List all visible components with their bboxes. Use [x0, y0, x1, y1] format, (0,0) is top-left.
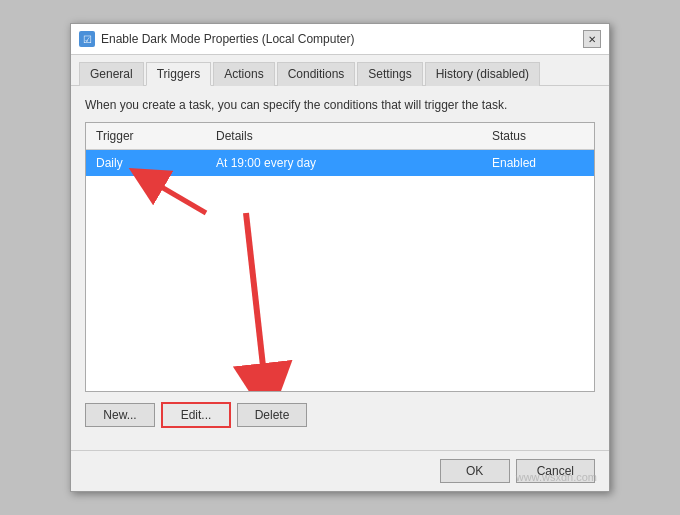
tab-actions[interactable]: Actions: [213, 62, 274, 86]
window-title: Enable Dark Mode Properties (Local Compu…: [101, 32, 354, 46]
tab-settings[interactable]: Settings: [357, 62, 422, 86]
tab-content: When you create a task, you can specify …: [71, 86, 609, 450]
col-status: Status: [488, 127, 588, 145]
title-controls: ✕: [583, 30, 601, 48]
triggers-table: Trigger Details Status Daily At 19:00 ev…: [85, 122, 595, 392]
description-text: When you create a task, you can specify …: [85, 98, 595, 112]
table-row[interactable]: Daily At 19:00 every day Enabled: [86, 150, 594, 176]
window-icon: ☑: [79, 31, 95, 47]
ok-button[interactable]: OK: [440, 459, 510, 483]
new-button[interactable]: New...: [85, 403, 155, 427]
cell-status: Enabled: [488, 154, 588, 172]
watermark: www.wsxdn.com: [516, 471, 597, 483]
cell-trigger: Daily: [92, 154, 212, 172]
col-trigger: Trigger: [92, 127, 212, 145]
col-details: Details: [212, 127, 488, 145]
delete-button[interactable]: Delete: [237, 403, 307, 427]
tab-general[interactable]: General: [79, 62, 144, 86]
close-button[interactable]: ✕: [583, 30, 601, 48]
title-bar: ☑ Enable Dark Mode Properties (Local Com…: [71, 24, 609, 55]
tab-triggers[interactable]: Triggers: [146, 62, 212, 86]
tab-history[interactable]: History (disabled): [425, 62, 540, 86]
edit-button[interactable]: Edit...: [161, 402, 231, 428]
cell-details: At 19:00 every day: [212, 154, 488, 172]
arrow-edit-indicator: [166, 203, 366, 392]
tab-bar: General Triggers Actions Conditions Sett…: [71, 55, 609, 86]
table-header: Trigger Details Status: [86, 123, 594, 150]
tab-conditions[interactable]: Conditions: [277, 62, 356, 86]
action-buttons: New... Edit... Delete: [85, 402, 595, 428]
